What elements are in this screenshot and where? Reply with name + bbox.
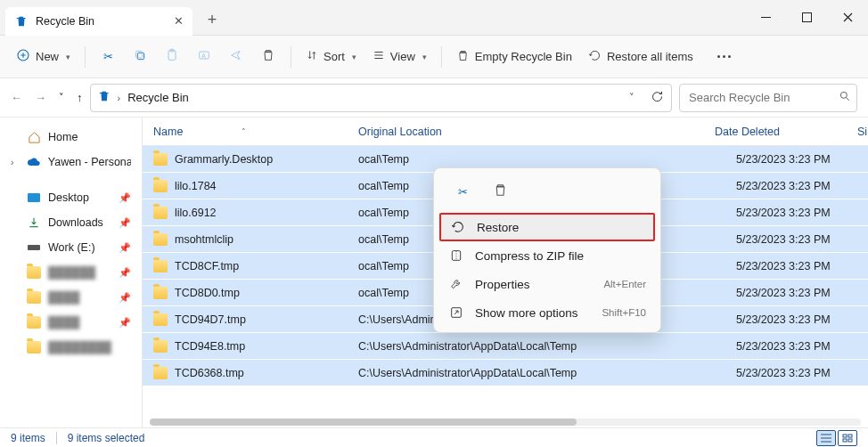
table-row[interactable]: TCD6368.tmpC:\Users\Administrator\AppDat…	[143, 360, 868, 386]
new-tab-button[interactable]: +	[200, 8, 225, 33]
file-date: 5/23/2023 3:23 PM	[725, 260, 868, 272]
search-input[interactable]	[689, 91, 839, 104]
wrench-icon	[448, 276, 464, 292]
paste-button[interactable]	[157, 42, 187, 72]
table-row[interactable]: TCD94E8.tmpC:\Users\Administrator\AppDat…	[143, 333, 868, 360]
chevron-down-icon: ▾	[352, 53, 356, 61]
file-date: 5/23/2023 3:23 PM	[725, 367, 868, 379]
chevron-right-icon[interactable]: ›	[11, 158, 20, 167]
folder-icon	[153, 153, 168, 166]
svg-rect-14	[843, 439, 847, 442]
search-box[interactable]	[679, 84, 857, 112]
sidebar-item-folder[interactable]: ████████	[4, 335, 138, 360]
ctx-delete-button[interactable]	[486, 177, 514, 206]
sidebar-item-onedrive[interactable]: › Yawen - Persona	[4, 150, 138, 175]
download-icon	[27, 215, 41, 230]
sidebar-item-desktop[interactable]: Desktop 📌	[4, 185, 138, 210]
file-date: 5/23/2023 3:23 PM	[725, 313, 868, 326]
folder-icon	[153, 340, 168, 353]
ctx-restore[interactable]: Restore	[439, 213, 655, 241]
restore-all-label: Restore all items	[607, 50, 693, 63]
column-size[interactable]: Si	[847, 126, 868, 138]
trash-icon	[456, 49, 470, 65]
title-bar: Recycle Bin ✕ +	[0, 0, 868, 36]
more-button[interactable]	[709, 42, 740, 72]
ctx-label: Restore	[477, 221, 644, 234]
view-button[interactable]: View ▾	[365, 42, 434, 72]
breadcrumb[interactable]: Recycle Bin	[127, 91, 622, 104]
nav-arrows: ← → ˅ ↑	[11, 91, 83, 104]
context-menu: ✂ Restore Compress to ZIP file Propertie…	[433, 167, 661, 333]
sidebar-item-work-drive[interactable]: Work (E:) 📌	[4, 235, 138, 260]
refresh-button[interactable]	[651, 90, 664, 106]
folder-icon	[153, 260, 168, 272]
ctx-cut-button[interactable]: ✂	[448, 177, 477, 206]
up-button[interactable]: ↑	[77, 91, 83, 104]
file-date: 5/23/2023 3:23 PM	[725, 340, 868, 353]
restore-all-button[interactable]: Restore all items	[581, 42, 700, 72]
file-date: 5/23/2023 3:23 PM	[725, 233, 868, 246]
maximize-button[interactable]	[786, 0, 827, 36]
chevron-down-icon[interactable]: ˅	[629, 92, 635, 103]
cut-button[interactable]: ✂	[93, 42, 123, 72]
share-button[interactable]	[221, 42, 251, 72]
sidebar-item-folder[interactable]: ████📌	[4, 310, 138, 335]
restore-icon	[450, 219, 466, 235]
ctx-compress[interactable]: Compress to ZIP file	[439, 241, 655, 270]
file-date: 5/23/2023 3:23 PM	[725, 287, 868, 299]
sidebar-item-downloads[interactable]: Downloads 📌	[4, 210, 138, 235]
folder-icon	[153, 233, 168, 246]
sort-asc-icon: ˄	[242, 127, 246, 136]
sidebar-label: Downloads	[48, 216, 103, 229]
status-bar: 9 items 9 items selected	[0, 427, 868, 447]
trash-icon	[261, 48, 275, 65]
sort-button[interactable]: Sort ▾	[299, 42, 364, 72]
file-name: TCD6368.tmp	[175, 367, 244, 379]
ctx-properties[interactable]: Properties Alt+Enter	[439, 270, 655, 298]
pin-icon: 📌	[119, 242, 131, 254]
minimize-button[interactable]	[745, 0, 786, 36]
zip-icon	[448, 248, 464, 264]
svg-rect-1	[802, 13, 811, 22]
recent-button[interactable]: ˅	[59, 92, 64, 103]
sidebar-item-folder[interactable]: ██████📌	[4, 260, 138, 285]
ctx-more-options[interactable]: Show more options Shift+F10	[439, 298, 655, 327]
delete-button[interactable]	[253, 42, 283, 72]
svg-rect-0	[761, 17, 771, 18]
pin-icon: 📌	[119, 192, 131, 204]
address-bar[interactable]: › Recycle Bin ˅	[90, 84, 673, 112]
back-button[interactable]: ←	[11, 91, 22, 104]
item-count: 9 items	[11, 432, 45, 444]
forward-button[interactable]: →	[35, 91, 46, 104]
folder-icon	[27, 266, 41, 279]
close-window-button[interactable]	[827, 0, 868, 36]
ellipsis-icon	[717, 55, 731, 58]
trash-icon	[493, 183, 508, 200]
details-view-toggle[interactable]	[816, 430, 836, 446]
empty-bin-button[interactable]: Empty Recycle Bin	[449, 42, 579, 72]
expand-icon	[448, 305, 464, 321]
scroll-thumb[interactable]	[150, 419, 577, 426]
selection-count: 9 items selected	[68, 432, 145, 444]
sidebar-label: Work (E:)	[48, 241, 95, 254]
copy-button[interactable]	[125, 42, 155, 72]
chevron-down-icon: ▾	[422, 53, 427, 61]
file-date: 5/23/2023 3:23 PM	[725, 207, 868, 219]
new-button[interactable]: New ▾	[9, 42, 78, 72]
pin-icon: 📌	[119, 292, 131, 304]
close-tab-icon[interactable]: ✕	[174, 14, 184, 28]
sort-icon	[306, 49, 318, 64]
column-location[interactable]: Original Location	[348, 126, 704, 138]
window-tab[interactable]: Recycle Bin ✕	[5, 7, 192, 36]
file-list: Name˄ Original Location Date Deleted Si …	[143, 118, 868, 427]
sidebar-item-home[interactable]: Home	[4, 125, 138, 150]
sidebar-item-folder[interactable]: ████📌	[4, 285, 138, 310]
rename-button[interactable]: A	[189, 42, 219, 72]
h-scrollbar[interactable]	[150, 419, 861, 426]
clipboard-icon	[165, 48, 179, 65]
column-date[interactable]: Date Deleted	[704, 126, 847, 138]
pin-icon: 📌	[119, 317, 131, 329]
column-name[interactable]: Name˄	[143, 126, 348, 138]
thumbnails-view-toggle[interactable]	[838, 430, 857, 446]
restore-icon	[588, 49, 602, 65]
